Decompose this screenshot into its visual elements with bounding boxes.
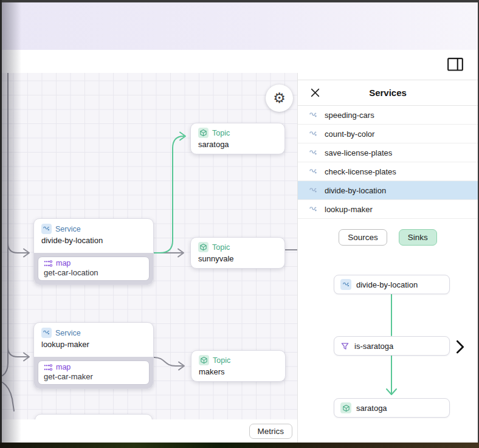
topic-node-makers[interactable]: Topic makers xyxy=(191,350,286,382)
service-list-label: divide-by-location xyxy=(325,186,386,195)
service-list-item-lookup-maker[interactable]: lookup-maker xyxy=(298,200,478,219)
service-list-label: lookup-maker xyxy=(325,205,373,214)
app-window: Topic saratoga Topic sunnyvale Topic mak… xyxy=(0,0,479,448)
node-name: sunnyvale xyxy=(198,254,277,263)
funnel-icon xyxy=(340,342,350,351)
operation-group: map get-car-location xyxy=(34,253,153,284)
panel-header: Services xyxy=(298,80,478,106)
service-list-item-divide-by-location[interactable]: divide-by-location xyxy=(298,181,478,200)
operation-type-label: map xyxy=(56,363,71,371)
node-type-label: Service xyxy=(55,225,81,233)
toggle-side-panel-button[interactable] xyxy=(447,57,464,73)
flow-node-is-saratoga[interactable]: is-saratoga xyxy=(334,336,450,356)
gear-icon: ⚙ xyxy=(273,91,286,105)
service-list-item-speeding-cars[interactable]: speeding-cars xyxy=(298,106,478,125)
flow-node-saratoga[interactable]: saratoga xyxy=(334,398,450,418)
node-type-label: Service xyxy=(55,329,81,337)
cube-icon xyxy=(340,402,351,413)
flow-node-label: saratoga xyxy=(356,404,387,413)
columns-icon xyxy=(447,57,464,72)
node-type-label: Topic xyxy=(213,356,230,365)
service-icon xyxy=(340,279,351,290)
service-list-label: count-by-color xyxy=(325,129,374,139)
operation-card-map[interactable]: map get-car-maker xyxy=(38,360,150,385)
service-list-label: speeding-cars xyxy=(325,111,374,120)
node-name: divide-by-location xyxy=(41,236,146,245)
service-list-label: save-license-plates xyxy=(325,148,392,157)
top-toolbar-band xyxy=(2,2,478,50)
x-icon xyxy=(310,88,320,98)
service-icon xyxy=(309,186,318,195)
canvas-settings-button[interactable]: ⚙ xyxy=(266,84,293,112)
flow-node-label: divide-by-location xyxy=(356,280,418,289)
flow-node-label: is-saratoga xyxy=(354,342,393,351)
close-panel-button[interactable] xyxy=(310,88,321,98)
operation-type-label: map xyxy=(56,259,71,267)
node-type-label: Topic xyxy=(212,129,230,137)
node-name: makers xyxy=(199,367,278,376)
service-list-label: check-license-plates xyxy=(325,167,396,176)
service-list-item-save-license-plates[interactable]: save-license-plates xyxy=(298,143,478,162)
map-dots-icon xyxy=(44,364,53,371)
sources-sinks-tabs: Sources Sinks xyxy=(298,229,478,246)
service-icon xyxy=(41,328,52,338)
panel-title: Services xyxy=(369,88,407,98)
expand-flow-button[interactable] xyxy=(456,340,464,353)
services-panel: Services speeding-cars count-by-color sa… xyxy=(297,73,478,443)
service-icon xyxy=(309,148,318,157)
service-icon xyxy=(309,167,318,176)
node-type-label: Topic xyxy=(212,243,230,252)
tab-sinks[interactable]: Sinks xyxy=(399,229,437,246)
service-list-item-check-license-plates[interactable]: check-license-plates xyxy=(298,162,478,181)
node-name: lookup-maker xyxy=(41,340,146,349)
node-name: saratoga xyxy=(198,140,277,149)
topic-node-saratoga[interactable]: Topic saratoga xyxy=(190,123,285,154)
operation-name: get-car-maker xyxy=(44,372,143,381)
metrics-button[interactable]: Metrics xyxy=(249,424,293,439)
flow-node-divide-by-location[interactable]: divide-by-location xyxy=(334,275,450,294)
service-icon xyxy=(309,111,318,120)
desktop-edge xyxy=(0,443,479,448)
chevron-right-icon xyxy=(456,340,464,354)
operation-card-map[interactable]: map get-car-location xyxy=(38,257,150,281)
window-frame-top xyxy=(0,0,479,2)
cube-icon xyxy=(199,355,209,365)
map-dots-icon xyxy=(44,260,53,267)
service-node-lookup-maker[interactable]: Service lookup-maker map get-car-maker xyxy=(33,322,154,389)
service-icon xyxy=(309,205,318,214)
cube-icon xyxy=(198,128,208,138)
pipeline-canvas[interactable]: Topic saratoga Topic sunnyvale Topic mak… xyxy=(2,73,297,419)
service-node-divide-by-location[interactable]: Service divide-by-location map get-car-l… xyxy=(33,218,154,285)
cube-icon xyxy=(198,242,208,252)
header-band xyxy=(2,50,478,73)
operation-name: get-car-location xyxy=(44,268,143,277)
service-icon xyxy=(41,224,52,234)
topic-node-sunnyvale[interactable]: Topic sunnyvale xyxy=(190,237,285,269)
canvas-bottom-bar: Metrics xyxy=(2,419,297,443)
operation-group: map get-car-maker xyxy=(34,357,153,388)
service-icon xyxy=(309,129,318,139)
service-list-item-count-by-color[interactable]: count-by-color xyxy=(298,125,478,143)
tab-sources[interactable]: Sources xyxy=(339,229,387,246)
